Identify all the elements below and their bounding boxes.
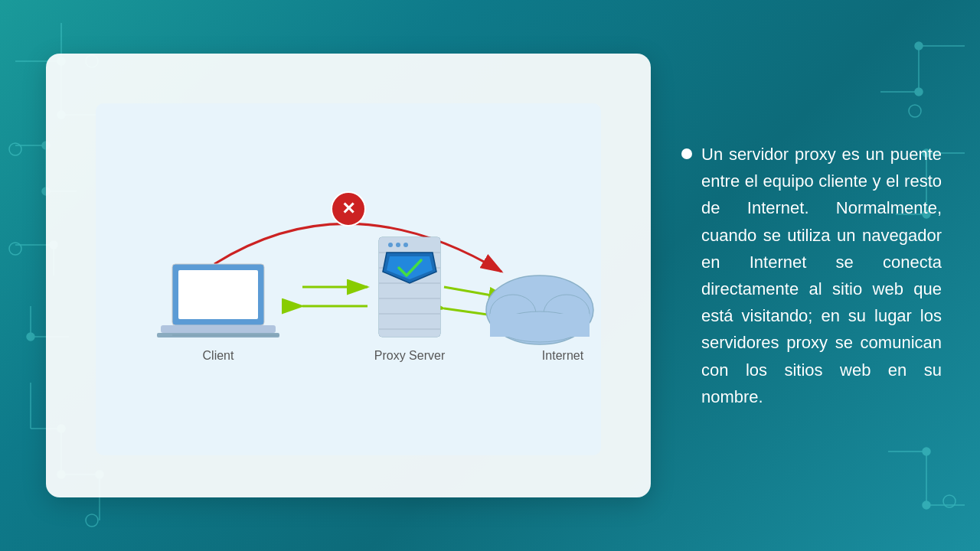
svg-rect-54 <box>161 325 276 333</box>
diagram-card: ✕ <box>46 54 651 497</box>
svg-text:Proxy Server: Proxy Server <box>374 349 446 362</box>
svg-text:Client: Client <box>203 349 234 362</box>
bullet-text: Un servidor proxy es un puente entre el … <box>701 141 942 410</box>
svg-text:✕: ✕ <box>341 199 355 218</box>
bullet-item: Un servidor proxy es un puente entre el … <box>681 141 942 410</box>
bullet-dot <box>681 148 692 159</box>
slide-container: ✕ <box>0 0 980 551</box>
svg-point-66 <box>396 243 400 247</box>
svg-rect-53 <box>178 270 258 319</box>
network-diagram-svg: ✕ <box>96 103 601 455</box>
svg-point-65 <box>388 243 393 247</box>
diagram-inner: ✕ <box>96 103 601 455</box>
text-panel: Un servidor proxy es un puente entre el … <box>681 133 949 418</box>
svg-text:Internet: Internet <box>542 349 584 362</box>
svg-point-67 <box>403 243 408 247</box>
svg-rect-74 <box>490 314 590 337</box>
